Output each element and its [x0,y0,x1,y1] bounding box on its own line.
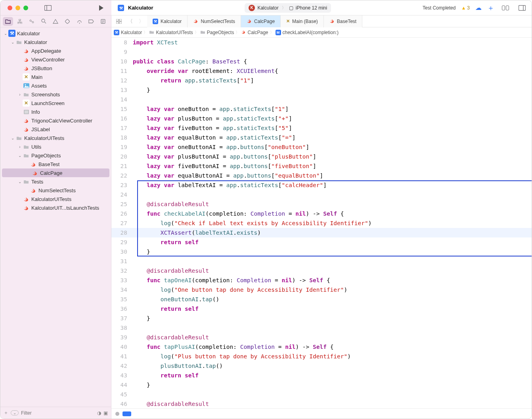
scm-status-filter-icon[interactable]: ▣ [103,410,108,416]
line-number[interactable]: 15 [111,104,133,114]
line-content[interactable]: @discardableResult [133,399,217,408]
related-items-icon[interactable] [114,17,124,26]
recent-files-icon[interactable]: ◑ [97,410,101,416]
code-line[interactable]: 36 return self [111,304,532,314]
code-line[interactable]: 22 lazy var equalButtonAI = app.buttons[… [111,171,532,180]
line-content[interactable]: func tapPlusAI(completion: Completion = … [133,342,341,352]
nav-forward-icon[interactable]: 〉 [136,17,146,26]
code-line[interactable]: 14 [111,95,532,104]
line-number[interactable]: 45 [111,390,133,399]
code-line[interactable]: 40 func tapPlusAI(completion: Completion… [111,342,532,352]
window-zoom-button[interactable] [23,6,28,10]
code-line[interactable]: 35 oneButtonAI.tap() [111,295,532,304]
line-number[interactable]: 38 [111,323,133,333]
line-content[interactable] [133,323,141,333]
line-number[interactable]: 14 [111,95,133,104]
cloud-icon[interactable]: ☁ [475,4,482,11]
code-line[interactable]: 27 log("Check if Label text exists by Ac… [111,218,532,228]
breadcrumb-checklabelai-completion-[interactable]: McheckLabelAI(completion:) [276,30,339,35]
line-number[interactable]: 36 [111,304,133,314]
source-editor[interactable]: 8import XCTest910public class CalcPage: … [111,38,532,408]
tree-item-trigonocalcviewcontroller[interactable]: TrigonoCalcViewController [0,116,111,125]
line-number[interactable]: 21 [111,161,133,171]
tree-item-viewcontroller[interactable]: ViewController [0,55,111,64]
tab-numselecttests[interactable]: NumSelectTests [188,15,241,27]
line-content[interactable] [133,47,141,57]
tree-item-screenshots[interactable]: ›Screenshots [0,90,111,99]
code-line[interactable]: 16 lazy var plusButton = app.staticTexts… [111,114,532,123]
code-line[interactable]: 43 return self [111,371,532,380]
code-line[interactable]: 9 [111,47,532,57]
line-number[interactable]: 39 [111,333,133,342]
line-content[interactable]: lazy var oneButton = app.staticTexts["1"… [133,104,297,114]
line-content[interactable]: oneButtonAI.tap() [133,295,227,304]
window-close-button[interactable] [8,6,12,10]
filter-scope-icon[interactable]: ⌄ [11,410,19,415]
line-number[interactable]: 30 [111,247,133,256]
tree-item-appdelegate[interactable]: AppDelegate [0,46,111,55]
line-content[interactable]: lazy var equalButton = app.staticTexts["… [133,133,303,142]
code-line[interactable]: 19 lazy var oneButtonAI = app.buttons["o… [111,142,532,152]
line-content[interactable]: XCTAssert(labelTextAI.exists) [133,228,269,237]
line-number[interactable]: 29 [111,237,133,247]
nav-back-icon[interactable]: 〈 [125,17,135,26]
tab-kalculator[interactable]: ⚒Kalculator [147,15,188,27]
breadcrumb-calcpage[interactable]: CalcPage [241,29,268,35]
line-number[interactable]: 20 [111,152,133,161]
line-content[interactable]: plusButtonAI.tap() [133,361,231,371]
debug-navigator-icon[interactable] [74,17,84,26]
line-content[interactable]: } [133,85,158,95]
line-number[interactable]: 12 [111,76,133,85]
line-number[interactable]: 16 [111,114,133,123]
line-number[interactable]: 19 [111,142,133,152]
line-content[interactable]: @discardableResult [133,333,217,342]
code-line[interactable]: 24 [111,190,532,199]
line-content[interactable]: lazy var plusButton = app.staticTexts["+… [133,114,300,123]
line-number[interactable]: 9 [111,47,133,57]
code-line[interactable]: 45 [111,390,532,399]
tree-item-launchscreen[interactable]: ✕LaunchScreen [0,99,111,107]
code-line[interactable]: 41 log("Plus button tap done by Accessib… [111,352,532,361]
code-line[interactable]: 11 override var rootElement: XCUIElement… [111,66,532,76]
line-content[interactable]: func checkLabelAI(completion: Completion… [133,209,352,218]
tree-item-pageobjects[interactable]: ⌄PageObjects [0,151,111,160]
project-navigator-icon[interactable] [3,17,13,26]
line-number[interactable]: 28 [111,228,133,237]
tree-item-calcpage[interactable]: CalcPage [2,168,109,177]
project-tree[interactable]: ⌄⚒Kalculator⌄KalculatorAppDelegateViewCo… [0,27,111,407]
line-content[interactable]: lazy var labelTextAI = app.staticTexts["… [133,180,335,190]
code-line[interactable]: 29 return self [111,237,532,247]
code-line[interactable]: 37 } [111,314,532,323]
tree-item-jslabel[interactable]: JSLabel [0,125,111,134]
test-navigator-icon[interactable] [62,17,73,26]
symbol-navigator-icon[interactable] [27,17,37,26]
code-line[interactable]: 15 lazy var oneButton = app.staticTexts[… [111,104,532,114]
line-content[interactable]: } [133,380,158,390]
line-number[interactable]: 40 [111,342,133,352]
line-number[interactable]: 44 [111,380,133,390]
tree-item-kalculatoruitests[interactable]: ⌄KalculatorUITests [0,134,111,142]
tree-item-assets[interactable]: Assets [0,81,111,90]
line-content[interactable]: public class CalcPage: BaseTest { [133,57,255,66]
breadcrumb-kalculator[interactable]: ⚒Kalculator [114,30,142,35]
line-content[interactable]: lazy var fiveButtonAI = app.buttons["fiv… [133,161,324,171]
code-line[interactable]: 39 @discardableResult [111,333,532,342]
code-line[interactable]: 20 lazy var plusButtonAI = app.buttons["… [111,152,532,161]
code-line[interactable]: 25 @discardableResult [111,199,532,209]
tree-item-numselecttests[interactable]: NumSelectTests [0,186,111,195]
tree-item-kalculatoruitests[interactable]: KalculatorUITests [0,195,111,203]
tree-item-info[interactable]: Info [0,107,111,116]
line-content[interactable]: } [133,247,158,256]
code-line[interactable]: 44 } [111,380,532,390]
tab-main-base-[interactable]: ✕Main (Base) [281,15,324,27]
breadcrumb-kalculatoruitests[interactable]: KalculatorUITests [149,30,193,35]
code-line[interactable]: 13 } [111,85,532,95]
line-number[interactable]: 17 [111,123,133,133]
add-file-icon[interactable]: ＋ [4,409,8,416]
jump-bar[interactable]: ⚒Kalculator〉KalculatorUITests〉PageObject… [111,27,532,38]
warnings-badge[interactable]: ▲ 3 [461,5,470,11]
run-button[interactable] [96,2,107,13]
line-content[interactable]: @discardableResult [133,266,217,276]
code-line[interactable]: 26 func checkLabelAI(completion: Complet… [111,209,532,218]
line-number[interactable]: 42 [111,361,133,371]
